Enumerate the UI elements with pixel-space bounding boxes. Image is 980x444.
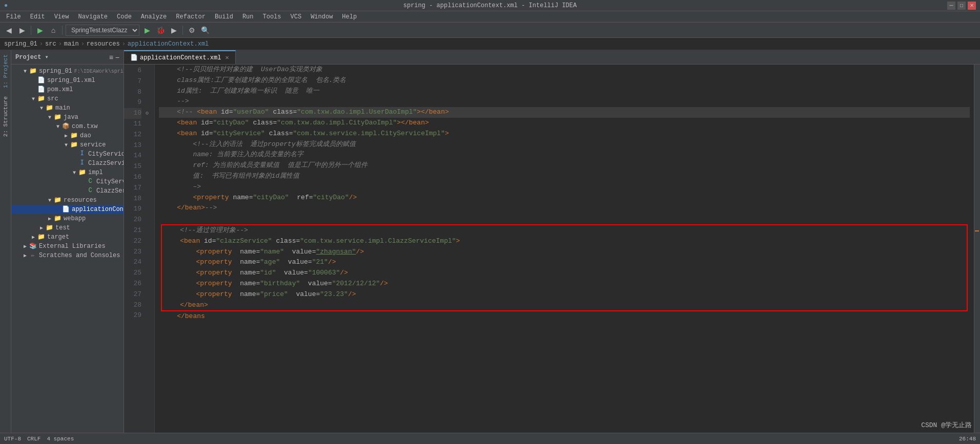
tree-item-pom[interactable]: 📄 pom.xml bbox=[11, 85, 124, 94]
scratches-icon: ✏️ bbox=[29, 251, 37, 260]
code-line-21: <!--通过管理对象--> bbox=[162, 225, 967, 236]
debug-button[interactable]: 🐞 bbox=[155, 25, 166, 36]
breadcrumb-sep-4: › bbox=[122, 40, 126, 48]
breadcrumb-file[interactable]: applicationContext.xml bbox=[128, 40, 209, 48]
tab-appcontext[interactable]: 📄 applicationContext.xml ✕ bbox=[124, 50, 236, 64]
menu-build[interactable]: Build bbox=[211, 12, 237, 22]
toolbar-separator-2 bbox=[62, 26, 63, 35]
code-line-17: –> bbox=[159, 182, 970, 193]
toolbar-home-button[interactable]: ⌂ bbox=[48, 25, 59, 36]
tree-item-clazzserviceimpl[interactable]: C ClazzServiceImpl bbox=[11, 186, 124, 196]
service-folder-icon: 📁 bbox=[70, 141, 78, 149]
tree-item-resources[interactable]: ▼ 📁 resources bbox=[11, 196, 124, 205]
status-line-separator[interactable]: CRLF bbox=[27, 436, 40, 442]
line-numbers: 6 7 8 9 10 11 12 13 14 15 16 17 18 19 20… bbox=[124, 65, 145, 433]
code-line-23: <property name="name" value="zhagnsan"/> bbox=[162, 247, 967, 258]
breadcrumb-src[interactable]: src bbox=[45, 40, 56, 48]
status-encoding[interactable]: UTF-8 bbox=[4, 436, 21, 442]
toolbar-settings-button[interactable]: ⚙ bbox=[186, 25, 197, 36]
breadcrumb-sep-1: › bbox=[39, 40, 43, 48]
tree-item-cityserviceimpl[interactable]: C CityServiceImpl bbox=[11, 177, 124, 186]
cityserviceimpl-class-icon: C bbox=[86, 178, 94, 186]
tree-item-target[interactable]: ▶ 📁 target bbox=[11, 232, 124, 242]
sidebar-settings-btn[interactable]: ≡ bbox=[109, 53, 113, 61]
webapp-folder-icon: 📁 bbox=[53, 215, 62, 223]
tree-item-external-libs[interactable]: ▶ 📚 External Libraries bbox=[11, 242, 124, 251]
toolbar-separator-3 bbox=[182, 26, 183, 35]
status-right: 26:48 bbox=[959, 436, 976, 442]
menu-vcs[interactable]: VCS bbox=[287, 12, 306, 22]
java-folder-icon: 📁 bbox=[53, 113, 62, 121]
tree-item-service[interactable]: ▼ 📁 service bbox=[11, 140, 124, 150]
menu-refactor[interactable]: Refactor bbox=[172, 12, 210, 22]
code-line-16: 值: 书写已有组件对象的id属性值 bbox=[159, 171, 970, 182]
breadcrumb-sep-3: › bbox=[81, 40, 85, 48]
code-area[interactable]: <!--贝贝组件对对象的建 UserDao实现类对象 class属性:工厂要创建… bbox=[155, 65, 974, 433]
menu-analyze[interactable]: Analyze bbox=[137, 12, 171, 22]
code-line-14: name: 当前要注入的成员变量的名字 bbox=[159, 150, 970, 160]
comtxw-folder-icon: 📦 bbox=[62, 122, 70, 131]
editor-content: 6 7 8 9 10 11 12 13 14 15 16 17 18 19 20… bbox=[124, 65, 980, 433]
menu-view[interactable]: View bbox=[50, 12, 73, 22]
menu-window[interactable]: Window bbox=[307, 12, 337, 22]
code-line-8: id属性: 工厂创建对象唯一标识 随意 唯一 bbox=[159, 86, 970, 97]
menu-navigate[interactable]: Navigate bbox=[74, 12, 112, 22]
code-line-24: <property name="age" value="21"/> bbox=[162, 257, 967, 268]
watermark: CSDN @学无止路 bbox=[921, 420, 972, 430]
tree-item-spring01-xml[interactable]: 📄 spring_01.xml bbox=[11, 76, 124, 85]
menu-file[interactable]: File bbox=[2, 12, 25, 22]
main-layout: 1: Project 2: Structure Project ▾ ≡ − ▼ … bbox=[0, 50, 980, 433]
main-folder-icon: 📁 bbox=[45, 104, 53, 112]
pom-xml-icon: 📄 bbox=[37, 86, 45, 94]
status-line-col[interactable]: 26:48 bbox=[959, 436, 976, 442]
tree-item-src[interactable]: ▼ 📁 src bbox=[11, 94, 124, 103]
tree-item-comtxw[interactable]: ▼ 📦 com.txw bbox=[11, 122, 124, 131]
title-bar: ● spring - applicationContext.xml - Inte… bbox=[0, 0, 980, 11]
tree-item-spring01[interactable]: ▼ 📁 spring_01 F:\IDEAWork\spring\spring.… bbox=[11, 67, 124, 76]
tree-item-scratches[interactable]: ▶ ✏️ Scratches and Consoles bbox=[11, 251, 124, 260]
status-bar: UTF-8 CRLF 4 spaces 26:48 bbox=[0, 433, 980, 444]
tree-item-dao[interactable]: ▶ 📁 dao bbox=[11, 131, 124, 140]
tree-item-main[interactable]: ▼ 📁 main bbox=[11, 103, 124, 113]
panel-tab-project[interactable]: 1: Project bbox=[1, 50, 10, 92]
breadcrumb-spring01[interactable]: spring_01 bbox=[4, 40, 37, 48]
maximize-button[interactable]: □ bbox=[957, 2, 966, 10]
left-panel-tabs: 1: Project 2: Structure bbox=[0, 50, 11, 433]
code-line-29: </beans bbox=[159, 311, 970, 322]
menu-code[interactable]: Code bbox=[113, 12, 136, 22]
sidebar-minimize-btn[interactable]: − bbox=[115, 53, 119, 61]
resources-folder-icon: 📁 bbox=[53, 196, 62, 204]
toolbar-forward-button[interactable]: ▶ bbox=[16, 25, 28, 36]
code-line-13: <!--注入的语法 通过property标签完成成员的赋值 bbox=[159, 139, 970, 150]
menu-tools[interactable]: Tools bbox=[259, 12, 285, 22]
tree-item-java[interactable]: ▼ 📁 java bbox=[11, 113, 124, 122]
spring01-xml-icon: 📄 bbox=[37, 76, 45, 84]
right-scrollbar-indicator[interactable] bbox=[974, 65, 980, 433]
tree-item-impl[interactable]: ▼ 📁 impl bbox=[11, 168, 124, 177]
breadcrumb-main[interactable]: main bbox=[64, 40, 79, 48]
tree-item-appcontext[interactable]: 📄 applicationContext.xml bbox=[11, 205, 124, 214]
breadcrumb-resources[interactable]: resources bbox=[87, 40, 120, 48]
toolbar-build-button[interactable]: ▶ bbox=[34, 25, 46, 36]
tab-close-icon[interactable]: ✕ bbox=[225, 54, 229, 61]
code-line-19: </bean>--> bbox=[159, 203, 970, 214]
tree-item-cityservice[interactable]: I CityService bbox=[11, 150, 124, 159]
window-controls[interactable]: ─ □ ✕ bbox=[947, 2, 976, 10]
coverage-button[interactable]: ▶ bbox=[168, 25, 179, 36]
tree-item-test[interactable]: ▶ 📁 test bbox=[11, 223, 124, 232]
close-button[interactable]: ✕ bbox=[968, 2, 976, 10]
toolbar-separator-1 bbox=[31, 26, 31, 35]
tree-item-webapp[interactable]: ▶ 📁 webapp bbox=[11, 214, 124, 223]
panel-tab-structure[interactable]: 2: Structure bbox=[1, 92, 10, 141]
toolbar-search-button[interactable]: 🔍 bbox=[199, 25, 211, 36]
run-config-select[interactable]: SpringTest.testClazz bbox=[66, 25, 139, 36]
tree-item-clazzservice[interactable]: I ClazzService bbox=[11, 159, 124, 168]
minimize-button[interactable]: ─ bbox=[947, 2, 955, 10]
clazzservice-interface-icon: I bbox=[78, 159, 86, 167]
menu-help[interactable]: Help bbox=[338, 12, 361, 22]
toolbar-back-button[interactable]: ◀ bbox=[3, 25, 14, 36]
menu-edit[interactable]: Edit bbox=[26, 12, 49, 22]
appcontext-xml-icon: 📄 bbox=[62, 205, 70, 214]
run-button[interactable]: ▶ bbox=[141, 25, 153, 36]
menu-run[interactable]: Run bbox=[238, 12, 258, 22]
